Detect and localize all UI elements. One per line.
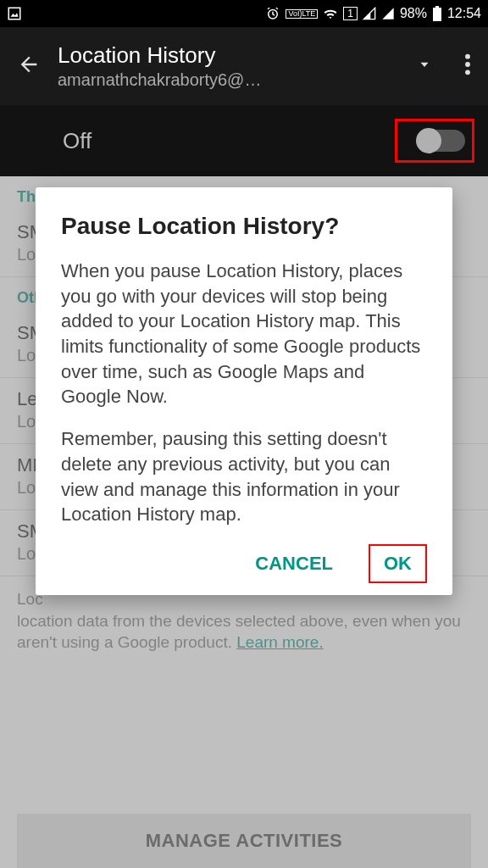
sim-badge-icon: 1 bbox=[343, 7, 358, 20]
switch-thumb bbox=[416, 128, 441, 153]
master-toggle-row: Off bbox=[0, 105, 488, 176]
location-history-toggle[interactable] bbox=[418, 130, 465, 152]
svg-point-10 bbox=[465, 62, 470, 67]
header-titles: Location History amarnathchakraborty6@… bbox=[58, 42, 400, 90]
status-bar: VoI)LTE 1 98% 12:54 bbox=[0, 0, 488, 27]
svg-marker-8 bbox=[421, 63, 429, 67]
toggle-highlight-box bbox=[395, 119, 474, 163]
account-email: amarnathchakraborty6@… bbox=[58, 70, 400, 90]
dialog-title: Pause Location History? bbox=[61, 213, 427, 240]
svg-rect-6 bbox=[433, 8, 441, 21]
wifi-icon bbox=[323, 6, 338, 21]
svg-rect-7 bbox=[435, 6, 439, 8]
back-button[interactable] bbox=[17, 53, 41, 80]
svg-marker-5 bbox=[382, 8, 393, 19]
overflow-menu[interactable] bbox=[464, 53, 471, 80]
app-header: Location History amarnathchakraborty6@… bbox=[0, 27, 488, 105]
toggle-state-label: Off bbox=[63, 128, 92, 154]
signal-icon-1 bbox=[363, 7, 376, 20]
dialog-paragraph-1: When you pause Location History, places … bbox=[61, 259, 427, 409]
cancel-button[interactable]: CANCEL bbox=[248, 544, 340, 583]
dialog-actions: CANCEL OK bbox=[61, 544, 427, 583]
ok-highlight-box: OK bbox=[369, 544, 427, 583]
dialog-body: When you pause Location History, places … bbox=[61, 259, 427, 527]
alarm-icon bbox=[265, 6, 280, 21]
signal-icon-2 bbox=[381, 7, 395, 20]
pause-dialog: Pause Location History? When you pause L… bbox=[36, 187, 452, 595]
svg-marker-1 bbox=[11, 13, 19, 17]
battery-icon bbox=[432, 6, 442, 21]
svg-rect-0 bbox=[8, 8, 20, 19]
clock-time: 12:54 bbox=[447, 6, 481, 21]
account-dropdown[interactable] bbox=[417, 57, 432, 75]
picture-icon bbox=[7, 6, 22, 21]
dialog-paragraph-2: Remember, pausing this setting doesn't d… bbox=[61, 426, 427, 527]
svg-point-11 bbox=[465, 70, 470, 75]
battery-percent: 98% bbox=[400, 6, 427, 21]
page-title: Location History bbox=[58, 42, 400, 69]
ok-button[interactable]: OK bbox=[384, 553, 412, 574]
volte-icon: VoI)LTE bbox=[286, 9, 318, 19]
svg-point-9 bbox=[465, 54, 470, 59]
